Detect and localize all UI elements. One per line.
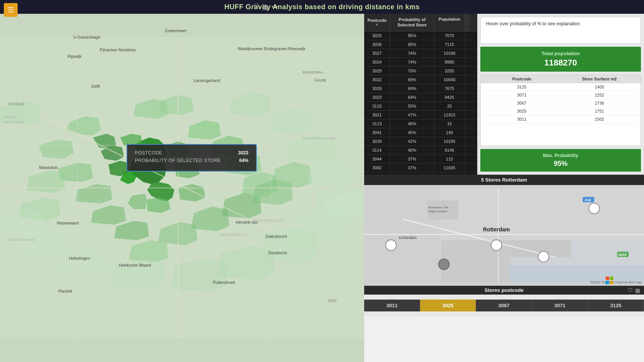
stores-postcode-tabs: 30113025306730713125 <box>364 295 644 316</box>
table-row[interactable]: 3029 70% 3205 <box>364 67 477 75</box>
td-postcode: 3027 <box>364 49 390 57</box>
td-population: 10040 <box>434 75 465 84</box>
grid-icon-stores[interactable]: ▦ <box>635 287 640 293</box>
max-prob-value: 95% <box>486 160 636 168</box>
td-postcode: 3029 <box>364 67 390 75</box>
td-population: 15 <box>434 120 465 128</box>
pc-tab-3071[interactable]: 3071 <box>532 300 588 311</box>
svg-text:schiedam: schiedam <box>399 235 417 240</box>
tooltip-prob-value: 64% <box>239 158 248 163</box>
scrollbar-header <box>465 14 470 31</box>
table-row[interactable]: 3039 42% 10195 <box>364 137 477 146</box>
hamburger-icon: ☰ <box>8 6 14 14</box>
pc-tab-3067[interactable]: 3067 <box>476 300 532 311</box>
td-probability: 74% <box>390 58 434 66</box>
table-row[interactable]: 3026 95% 7115 <box>364 40 477 49</box>
pc-tab-3025[interactable]: 3025 <box>420 300 476 311</box>
td-population: 10190 <box>434 49 465 57</box>
table-row[interactable]: 3041 45% 140 <box>364 128 477 137</box>
grid-icon[interactable]: ▦ <box>263 3 268 11</box>
store-surface: 1736 <box>561 101 639 105</box>
td-postcode: 3115 <box>364 102 390 110</box>
td-population: 25 <box>434 102 465 110</box>
header-icons: ⛉ ▦ ••• <box>253 3 278 11</box>
main-map[interactable]: 's-Gravenhage Rijswijk Zoetermeer Pijnac… <box>0 14 364 362</box>
td-probability: 37% <box>390 164 434 172</box>
td-postcode: 3026 <box>364 40 390 49</box>
td-population: 7115 <box>434 40 465 49</box>
td-probability: 69% <box>390 75 434 84</box>
table-row[interactable]: 3025 95% 7075 <box>364 31 477 40</box>
td-probability: 95% <box>390 40 434 49</box>
small-map-title: 5 Stores Rotterdam <box>364 175 644 185</box>
svg-point-78 <box>589 203 600 214</box>
store-postcode: 3125 <box>483 85 561 89</box>
table-row[interactable]: 3114 40% 6145 <box>364 146 477 155</box>
td-population: 140 <box>434 128 465 137</box>
tooltip-postcode-value: 3023 <box>238 150 248 156</box>
store-postcode: 3071 <box>483 93 561 97</box>
right-panel: Postcode ▼ Probability of Selected Store… <box>364 14 644 362</box>
store-row: 3067 1736 <box>481 99 641 107</box>
top-right-section: Postcode ▼ Probability of Selected Store… <box>364 14 644 175</box>
td-probability: 42% <box>390 137 434 146</box>
hamburger-button[interactable]: ☰ <box>4 3 18 17</box>
stores-postcode-title: Stores postcode <box>485 287 524 293</box>
table-header: Postcode ▼ Probability of Selected Store… <box>364 14 477 31</box>
sort-arrow-postcode[interactable]: ▼ <box>375 23 379 27</box>
svg-text:A16: A16 <box>585 198 591 202</box>
table-row[interactable]: 3023 64% 9425 <box>364 93 477 102</box>
td-probability: 74% <box>390 49 434 57</box>
td-probability: 64% <box>390 93 434 102</box>
table-scroll-area[interactable]: 3025 95% 7075 3026 95% 7115 3027 74% 101… <box>364 31 477 175</box>
svg-text:N210: N210 <box>618 253 627 257</box>
pc-tab-3125[interactable]: 3125 <box>588 300 644 311</box>
tooltip-postcode-label: POSTCODE <box>135 150 162 156</box>
table-row[interactable]: 3021 47% 11915 <box>364 111 477 120</box>
th-population: Population <box>434 14 465 31</box>
td-population: 7075 <box>434 31 465 40</box>
table-row[interactable]: 3044 37% 115 <box>364 155 477 164</box>
svg-point-81 <box>439 259 449 270</box>
small-map[interactable]: Rotterdam schiedam Rotterdam The Hague A… <box>364 185 644 286</box>
svg-rect-61 <box>441 188 644 240</box>
svg-rect-82 <box>606 277 609 280</box>
table-row[interactable]: 3024 74% 8980 <box>364 58 477 67</box>
total-pop-value: 1188270 <box>486 58 636 68</box>
filter-icon[interactable]: ⛉ <box>253 3 260 10</box>
td-postcode: 3113 <box>364 120 390 128</box>
td-postcode: 3114 <box>364 146 390 154</box>
main-content: 's-Gravenhage Rijswijk Zoetermeer Pijnac… <box>0 14 644 362</box>
td-postcode: 3044 <box>364 155 390 163</box>
store-postcode: 3011 <box>483 117 561 121</box>
table-row[interactable]: 3113 46% 15 <box>364 120 477 128</box>
table-row[interactable]: 3028 69% 7675 <box>364 84 477 93</box>
td-postcode: 3024 <box>364 58 390 66</box>
td-postcode: 3028 <box>364 84 390 93</box>
store-surface: 1502 <box>561 117 639 121</box>
td-probability: 45% <box>390 128 434 137</box>
max-prob-label: Max. Probability <box>486 153 636 158</box>
td-postcode: 3082 <box>364 164 390 172</box>
td-postcode: 3022 <box>364 75 390 84</box>
total-population-box: Total population 1188270 <box>480 47 641 72</box>
more-icon[interactable]: ••• <box>271 3 278 10</box>
store-row: 3071 1252 <box>481 91 641 99</box>
store-table-rows: 3125 1405 3071 1252 3067 1736 3025 1751 … <box>481 83 641 123</box>
td-probability: 95% <box>390 31 434 40</box>
table-row[interactable]: 3082 37% 11835 <box>364 164 477 172</box>
td-probability: 69% <box>390 84 434 93</box>
table-row[interactable]: 3022 69% 10040 <box>364 75 477 84</box>
table-row[interactable]: 3027 74% 10190 <box>364 49 477 58</box>
store-surface: 1751 <box>561 109 639 113</box>
td-postcode: 3041 <box>364 128 390 137</box>
stores-postcode-section: Stores postcode ⛉ ▦ 30113025306730713125 <box>364 286 644 316</box>
td-postcode: 3039 <box>364 137 390 146</box>
small-map-section: 5 Stores Rotterdam <box>364 175 644 286</box>
table-row[interactable]: 3115 55% 25 <box>364 102 477 111</box>
total-pop-label: Total population <box>486 51 636 56</box>
pc-tab-3011[interactable]: 3011 <box>364 300 420 311</box>
td-population: 7675 <box>434 84 465 93</box>
small-map-copyright: ©2020 TomTom Improve this map <box>590 280 642 284</box>
filter-icon-stores[interactable]: ⛉ <box>628 287 633 293</box>
